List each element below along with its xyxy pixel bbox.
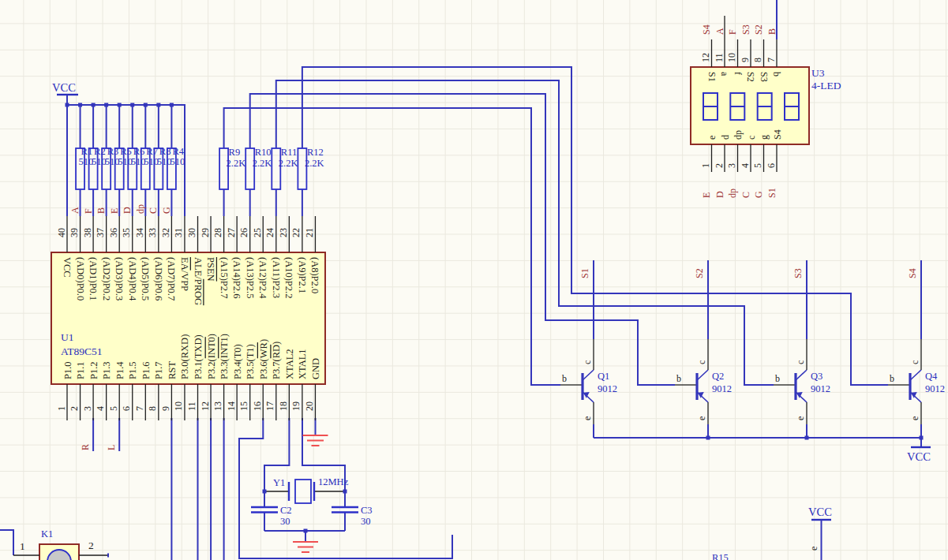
junction-dot: [920, 436, 924, 440]
pin-number: 25: [252, 228, 263, 237]
vcc-label-top: VCC: [52, 81, 76, 94]
pin-number: 9: [740, 58, 751, 62]
pin-number: 4: [95, 406, 106, 411]
junction-dot: [92, 103, 96, 107]
q-ref: Q1: [598, 371, 609, 382]
u3-designator: U3: [811, 67, 825, 79]
pin-number: 27: [226, 228, 237, 237]
pin-name: P1.7: [153, 361, 164, 379]
resistor-r11[interactable]: [272, 148, 280, 189]
q-collector-diag[interactable]: [796, 370, 807, 380]
pin-name: (AD3)P0.3: [114, 257, 125, 301]
resistor-ref: R11: [281, 147, 297, 158]
pin-number: 38: [82, 228, 93, 237]
q-collector-diag[interactable]: [697, 370, 708, 380]
pin-name: EA/VPP: [179, 257, 190, 291]
pin-name: (A10)P2.2: [283, 257, 294, 298]
q-ref: Q3: [811, 371, 822, 382]
wire-k1-left[interactable]: [0, 530, 13, 555]
pin-name: (AD6)P0.6: [153, 257, 164, 301]
pin-name: c: [746, 136, 757, 140]
q-c-label: c: [909, 360, 920, 364]
ground-symbol-pin20: [303, 435, 328, 446]
q-collector-diag[interactable]: [583, 370, 594, 380]
pin-name: b: [771, 72, 782, 77]
pin-number: 1: [56, 406, 67, 411]
k1-pin2-number: 2: [88, 539, 94, 551]
resistor-value: 2.2K: [253, 158, 272, 169]
net-label: S1: [579, 268, 590, 278]
pin-number: 19: [290, 401, 302, 411]
pin-name: P1.4: [114, 361, 126, 379]
net-label: S4: [907, 268, 918, 278]
junction-dot: [343, 490, 347, 494]
k1-ref: K1: [41, 528, 53, 539]
pin-name: (AD0)P0.0: [75, 257, 86, 301]
resistor-r9[interactable]: [219, 148, 228, 189]
pin-name: (AD4)P0.4: [127, 257, 138, 301]
pin-name: S3: [759, 72, 770, 82]
q-e-label: e: [795, 416, 806, 420]
junction-dot: [156, 103, 160, 107]
pin-name: (A13)P2.5: [245, 257, 256, 298]
pin-number: 22: [290, 228, 302, 237]
c3-capacitor-symbol[interactable]: [332, 507, 358, 513]
c2-ref: C2: [280, 505, 292, 516]
q-collector-diag[interactable]: [910, 370, 921, 380]
pin-number: 6: [121, 406, 132, 411]
pin-number: 7: [766, 58, 777, 62]
pin-number: 6: [766, 163, 777, 168]
resistor-value: 2.2K: [227, 158, 246, 169]
q-part: 9012: [925, 383, 945, 394]
q-c-label: c: [795, 360, 806, 364]
pin-name: P1.0: [62, 361, 73, 379]
pin-name: dp: [733, 130, 744, 140]
pin-number: 5: [108, 406, 119, 411]
pin-number: 35: [121, 228, 132, 237]
pin-number: 36: [108, 228, 119, 237]
pin-number: 8: [147, 406, 158, 411]
junction-dot: [118, 103, 122, 107]
k1-pin1-number: 1: [20, 540, 25, 552]
c2-capacitor-symbol[interactable]: [251, 507, 278, 513]
crystal-ref: Y1: [273, 477, 285, 488]
net-label: S4: [701, 24, 712, 35]
pin-name: P1.5: [127, 361, 138, 379]
pin-number: 33: [147, 228, 158, 237]
u1-designator: U1: [61, 331, 74, 343]
ground-symbol-crystal: [293, 542, 318, 552]
pin-name: XTAL1: [297, 349, 308, 379]
q-part: 9012: [811, 383, 830, 394]
crystal-symbol[interactable]: [295, 480, 311, 503]
net-label: A: [714, 28, 725, 35]
pin-name: f: [733, 72, 744, 75]
q-ref: Q2: [712, 371, 724, 382]
pin-name: (AD1)P0.1: [88, 257, 99, 301]
resistor-r12[interactable]: [298, 148, 306, 189]
pin-name: P1.1: [75, 361, 86, 379]
pin-number: 2: [714, 163, 725, 168]
u3-part: 4-LED: [811, 80, 841, 91]
resistor-value: 2.2K: [305, 158, 324, 169]
wire-emitter-rail[interactable]: [594, 438, 921, 447]
pin-number: 1: [700, 163, 711, 168]
schematic-page: { "colors":{"wire":"#3436bb","symbol":"#…: [0, 0, 948, 560]
pin-number: 31: [173, 228, 184, 237]
pin-name: (A8)P2.0: [309, 257, 320, 293]
junction-dot: [78, 103, 82, 107]
junction-dot: [144, 103, 148, 107]
net-label-r: R: [80, 444, 91, 450]
pin-name: e: [706, 136, 718, 140]
pin-number: 3: [82, 406, 93, 411]
resistor-ref: R9: [229, 147, 241, 158]
pin-name: GND: [310, 358, 321, 379]
pin-number: 24: [264, 228, 275, 237]
pin-number: 12: [700, 53, 711, 62]
resistor-r10[interactable]: [245, 148, 254, 189]
pin-name: S1: [706, 72, 718, 82]
resistor-ref: R10: [255, 147, 272, 158]
pin-number: 13: [212, 401, 223, 411]
pin-name: ALE/PROG: [193, 257, 204, 305]
pin-name: (A15)P2.7: [219, 257, 230, 298]
net-label: dp: [727, 189, 738, 198]
